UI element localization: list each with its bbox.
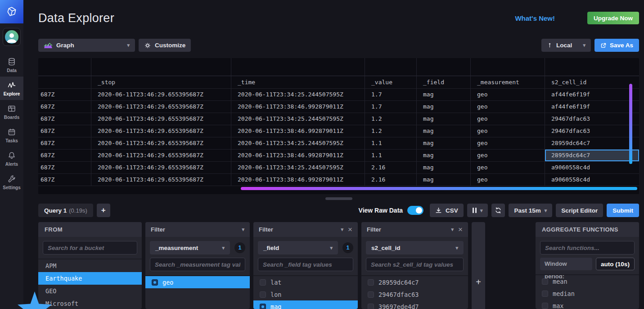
tag-key-dropdown[interactable]: _field ▾ — [258, 241, 338, 254]
tag-value-item[interactable]: lon — [253, 288, 358, 300]
table-cell[interactable]: mag — [416, 89, 470, 101]
table-cell[interactable]: geo — [470, 150, 545, 162]
csv-download-button[interactable]: CSV — [430, 204, 464, 217]
table-cell[interactable]: af44fe6f19f — [545, 101, 639, 113]
table-cell[interactable]: mag — [416, 137, 470, 150]
save-location-dropdown[interactable]: Local ▾ — [541, 39, 591, 52]
function-item[interactable]: median — [536, 287, 639, 300]
tag-key-dropdown[interactable]: _measurement ▾ — [150, 241, 230, 254]
vertical-scrollbar[interactable] — [629, 84, 632, 164]
script-editor-button[interactable]: Script Editor — [556, 204, 603, 217]
table-cell[interactable]: 2020-06-11T23:46:29.655395687Z — [91, 137, 231, 150]
tag-value-search-input[interactable] — [150, 258, 245, 271]
table-cell[interactable]: 687Z — [38, 162, 91, 174]
table-cell[interactable]: mag — [416, 101, 470, 113]
table-cell[interactable]: 2.16 — [365, 174, 416, 186]
table-cell[interactable]: 687Z — [38, 89, 91, 101]
table-cell[interactable]: 2020-06-11T23:46:29.655395687Z — [91, 113, 231, 125]
bucket-item-selected[interactable]: Earthquake — [38, 272, 142, 285]
table-cell[interactable]: mag — [416, 174, 470, 186]
customize-button[interactable]: Customize — [139, 39, 191, 52]
table-cell[interactable]: 1.2 — [365, 125, 416, 137]
table-cell[interactable]: geo — [470, 125, 545, 137]
upgrade-now-button[interactable]: Upgrade Now — [587, 12, 639, 24]
table-cell[interactable]: 2.16 — [365, 162, 416, 174]
table-cell[interactable]: 1.2 — [365, 113, 416, 125]
table-cell[interactable]: geo — [470, 101, 545, 113]
panel-resize-handle[interactable] — [325, 197, 352, 200]
table-cell[interactable]: 29467dfac63 — [545, 125, 639, 137]
table-cell[interactable]: 687Z — [38, 150, 91, 162]
table-cell[interactable]: 687Z — [38, 174, 91, 186]
filter-type-dropdown[interactable]: Filter ▾ — [151, 226, 244, 233]
table-cell[interactable]: geo — [470, 174, 545, 186]
table-cell[interactable]: 2020-06-11T23:34:25.244507595Z — [231, 162, 365, 174]
table-cell[interactable]: 2020-06-11T23:38:46.992879011Z — [231, 174, 365, 186]
visualization-type-dropdown[interactable]: Graph ▾ — [38, 39, 135, 52]
add-filter-card-button[interactable]: + — [472, 222, 485, 309]
tag-key-dropdown[interactable]: s2_cell_id ▾ — [366, 241, 464, 254]
remove-filter-button[interactable]: × — [458, 226, 463, 233]
horizontal-scrollbar[interactable] — [241, 187, 637, 190]
table-cell[interactable]: 2020-06-11T23:38:46.992879011Z — [231, 101, 365, 113]
table-cell[interactable]: 1.1 — [365, 137, 416, 150]
tag-value-search-input[interactable] — [258, 258, 353, 271]
window-period-dropdown[interactable]: auto (10s) — [596, 258, 635, 270]
table-cell[interactable]: geo — [470, 113, 545, 125]
tag-value-item-selected[interactable]: mag — [253, 300, 358, 309]
influxdb-logo[interactable] — [0, 0, 23, 23]
bucket-item[interactable]: GEO — [38, 285, 142, 297]
table-cell[interactable]: 687Z — [38, 125, 91, 137]
tag-value-item-selected[interactable]: geo — [145, 276, 250, 288]
table-cell[interactable]: 1.7 — [365, 101, 416, 113]
table-cell[interactable]: 1.1 — [365, 150, 416, 162]
table-cell[interactable]: 2020-06-11T23:38:46.992879011Z — [231, 150, 365, 162]
sidebar-item-alerts[interactable]: Alerts — [0, 147, 23, 170]
filter-type-dropdown[interactable]: Filter ▾ — [259, 226, 343, 233]
table-cell[interactable]: 2020-06-11T23:46:29.655395687Z — [91, 174, 231, 186]
table-cell[interactable]: 687Z — [38, 137, 91, 150]
tag-value-search-input[interactable] — [366, 258, 464, 271]
tag-value-item[interactable]: 29467dfac63 — [361, 288, 468, 300]
table-cell[interactable]: 687Z — [38, 113, 91, 125]
table-cell[interactable]: mag — [416, 162, 470, 174]
table-cell[interactable]: 2020-06-11T23:46:29.655395687Z — [91, 162, 231, 174]
sidebar-item-tasks[interactable]: Tasks — [0, 123, 23, 147]
time-range-dropdown[interactable]: Past 15m ▾ — [509, 204, 552, 217]
function-item[interactable]: max — [536, 300, 639, 309]
table-cell[interactable]: 2020-06-11T23:46:29.655395687Z — [91, 125, 231, 137]
submit-button[interactable]: Submit — [607, 204, 639, 217]
remove-filter-button[interactable]: × — [348, 226, 352, 233]
table-cell[interactable]: 2020-06-11T23:34:25.244507595Z — [231, 113, 365, 125]
query-tab[interactable]: Query 1 (0.19s) — [38, 204, 93, 217]
save-as-button[interactable]: Save As — [594, 39, 639, 52]
table-cell[interactable]: 2020-06-11T23:38:46.992879011Z — [231, 125, 365, 137]
refresh-button[interactable] — [491, 204, 505, 217]
table-cell[interactable]: 2020-06-11T23:34:25.244507595Z — [231, 137, 365, 150]
table-cell[interactable]: geo — [470, 89, 545, 101]
pause-button[interactable]: ▾ — [467, 204, 488, 217]
table-cell[interactable]: mag — [416, 113, 470, 125]
table-cell[interactable]: a9060558c4d — [545, 174, 639, 186]
sidebar-item-data[interactable]: Data — [0, 53, 23, 77]
tag-value-item[interactable]: 39697ede4d7 — [361, 300, 468, 309]
table-cell[interactable]: 1.7 — [365, 89, 416, 101]
bucket-item[interactable]: Microsoft — [38, 297, 142, 309]
table-cell[interactable]: geo — [470, 162, 545, 174]
tag-value-item[interactable]: 28959dc64c7 — [361, 276, 468, 288]
function-item[interactable]: mean — [536, 275, 639, 287]
tag-value-item[interactable]: lat — [253, 276, 358, 288]
bucket-item[interactable]: APM — [38, 259, 142, 272]
table-cell[interactable]: geo — [470, 137, 545, 150]
bucket-search-input[interactable] — [43, 241, 137, 254]
function-search-input[interactable] — [540, 241, 635, 254]
sidebar-item-explore[interactable]: Explore — [0, 77, 23, 100]
table-cell[interactable]: 2020-06-11T23:46:29.655395687Z — [91, 101, 231, 113]
table-cell-selected[interactable]: 28959dc64c7 — [545, 150, 639, 162]
table-cell[interactable]: 28959dc64c7 — [545, 137, 639, 150]
table-cell[interactable]: 2020-06-11T23:46:29.655395687Z — [91, 89, 231, 101]
table-cell[interactable]: mag — [416, 125, 470, 137]
whats-new-link[interactable]: What's New! — [515, 14, 555, 22]
filter-type-dropdown[interactable]: Filter ▾ — [367, 226, 454, 233]
sidebar-item-boards[interactable]: Boards — [0, 100, 23, 123]
